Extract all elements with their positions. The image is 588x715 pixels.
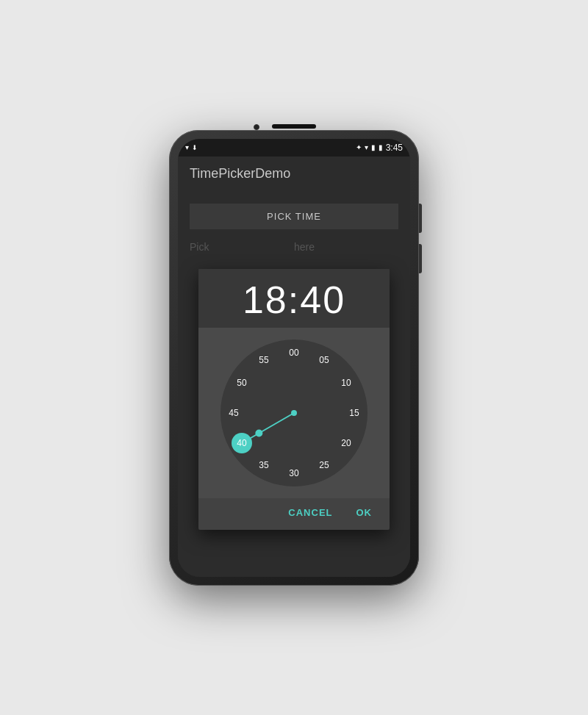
timepicker-clock-container: 000510152025303540455055 [198, 328, 390, 498]
status-time: 3:45 [386, 143, 403, 153]
timepicker-time-display: 18:40 [243, 279, 345, 321]
front-camera [254, 124, 259, 130]
clock-face[interactable]: 000510152025303540455055 [220, 339, 368, 486]
pick-hint-text: Pick [190, 238, 294, 256]
clock-number-45[interactable]: 45 [225, 404, 243, 422]
timepicker-dialog: 18:40 00051015202530354045 [198, 269, 390, 530]
clock-number-25[interactable]: 25 [315, 456, 333, 474]
status-icons-left: ▾ ⬇ [185, 143, 198, 151]
phone-screen: ▾ ⬇ ✦ ▾ ▮ ▮ 3:45 TimePickerDemo PICK TIM… [178, 139, 410, 577]
download-icon: ⬇ [192, 144, 198, 151]
app-bar: TimePickerDemo [178, 157, 410, 192]
status-icons-right: ✦ ▾ ▮ ▮ 3:45 [356, 143, 403, 153]
clock-number-05[interactable]: 05 [315, 351, 333, 369]
clock-number-30[interactable]: 30 [285, 464, 303, 482]
main-content: PICK TIME Pick here 18:40 [178, 192, 410, 577]
notification-icon: ▾ [185, 143, 189, 151]
clock-number-10[interactable]: 10 [337, 374, 355, 392]
ok-button[interactable]: OK [351, 504, 379, 521]
wifi-icon: ▾ [365, 143, 368, 151]
app-title: TimePickerDemo [190, 166, 290, 182]
timepicker-header: 18:40 [198, 269, 390, 328]
clock-number-35[interactable]: 35 [255, 456, 273, 474]
speaker-grill [272, 124, 316, 129]
cancel-button[interactable]: CANCEL [282, 504, 338, 521]
pick-time-button[interactable]: PICK TIME [190, 204, 398, 229]
clock-number-50[interactable]: 50 [233, 374, 251, 392]
clock-number-40[interactable]: 40 [233, 434, 251, 452]
battery-icon: ▮ [379, 143, 383, 151]
clock-number-20[interactable]: 20 [337, 434, 355, 452]
clock-number-55[interactable]: 55 [255, 351, 273, 369]
timepicker-actions: CANCEL OK [198, 498, 390, 530]
clock-number-00[interactable]: 00 [285, 344, 303, 362]
signal-icon: ▮ [371, 143, 376, 151]
pick-hint-text-end: here [294, 238, 398, 256]
phone-frame: ▾ ⬇ ✦ ▾ ▮ ▮ 3:45 TimePickerDemo PICK TIM… [169, 130, 419, 586]
bluetooth-icon: ✦ [356, 143, 362, 151]
clock-number-15[interactable]: 15 [345, 404, 363, 422]
status-bar: ▾ ⬇ ✦ ▾ ▮ ▮ 3:45 [178, 139, 410, 157]
